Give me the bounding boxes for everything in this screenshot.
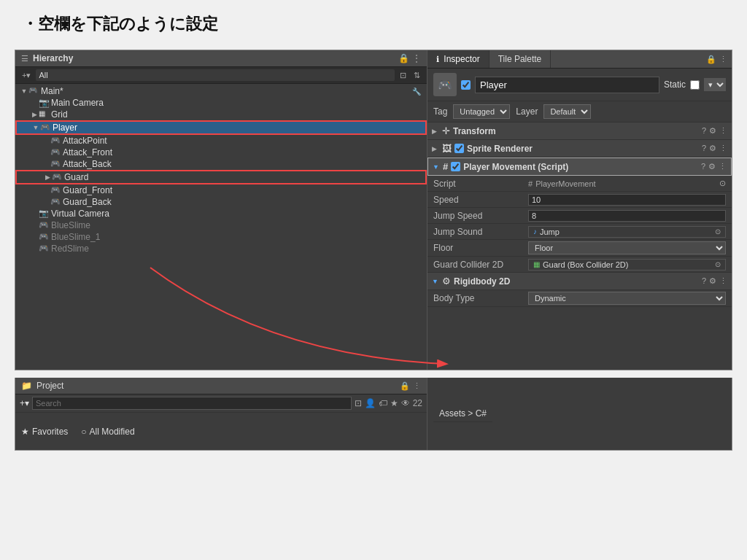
icon-player: 🎮 (40, 122, 50, 133)
tree-item-player[interactable]: ▼ 🎮 Player (15, 120, 427, 135)
static-label: Static (664, 79, 686, 90)
go-active-checkbox[interactable] (461, 80, 471, 90)
project-filter-icon[interactable]: ⊡ (355, 398, 362, 408)
jump-speed-input[interactable] (528, 210, 726, 222)
layer-select[interactable]: Default (543, 104, 591, 119)
prop-guard-collider-label: Guard Collider 2D (433, 260, 528, 270)
prop-guard-collider-value: ▦ Guard (Box Collider 2D) ⊙ (528, 259, 726, 271)
sprite-renderer-menu-icon[interactable]: ⋮ (719, 144, 727, 153)
project-star-icon[interactable]: ★ (390, 398, 398, 408)
favorites-item[interactable]: ★ Favorites (21, 427, 68, 437)
static-checkbox[interactable] (690, 80, 700, 90)
arrow-guard: ▶ (43, 174, 52, 181)
static-dropdown[interactable]: ▾ (704, 78, 726, 91)
all-modified-item[interactable]: ○ All Modified (72, 427, 134, 437)
tab-tile-palette[interactable]: Tile Palette (489, 50, 551, 68)
label-attack-point: AttackPoint (63, 136, 424, 146)
tree-item-red-slime[interactable]: 🎮 RedSlime (15, 243, 427, 254)
tree-item-guard-front[interactable]: 🎮 Guard_Front (15, 184, 427, 196)
tree-item-attack-point[interactable]: 🎮 AttackPoint (15, 135, 427, 147)
breadcrumb-area: Assets > C# (433, 405, 492, 422)
sprite-renderer-settings-icon[interactable]: ⚙ (709, 144, 716, 153)
icon-guard-front: 🎮 (50, 185, 61, 195)
tree-item-blue-slime[interactable]: 🎮 BlueSlime (15, 219, 427, 231)
tree-item-grid[interactable]: ▶ ▦ Grid (15, 109, 427, 120)
hierarchy-search-input[interactable] (36, 69, 395, 81)
project-person-icon[interactable]: 👤 (365, 398, 376, 408)
project-eye-icon[interactable]: 👁 22 (401, 398, 422, 408)
tree-item-guard-back[interactable]: 🎮 Guard_Back (15, 196, 427, 208)
player-movement-menu-icon[interactable]: ⋮ (719, 162, 727, 171)
body-type-select[interactable]: Dynamic (528, 292, 726, 305)
arrow-grid: ▶ (30, 111, 39, 118)
guard-collider-target-btn[interactable]: ⊙ (715, 260, 721, 268)
script-link[interactable]: # PlayerMovement ⊙ (528, 179, 726, 188)
tab-inspector[interactable]: ℹ Inspector (427, 50, 489, 68)
component-rigidbody[interactable]: ▼ ⚙ Rigidbody 2D ? ⚙ ⋮ (427, 273, 732, 290)
inspector-menu-icon[interactable]: ⋮ (719, 55, 727, 64)
add-button[interactable]: +▾ (20, 70, 33, 81)
transform-settings-icon[interactable]: ⚙ (709, 126, 716, 136)
project-tag-icon[interactable]: 🏷 (379, 398, 387, 408)
project-folder-icon: 📁 (21, 381, 32, 391)
jump-sound-target-btn[interactable]: ⊙ (715, 228, 721, 236)
player-movement-checkbox[interactable] (451, 162, 460, 171)
go-name-input[interactable] (475, 77, 659, 93)
prop-speed-label: Speed (433, 195, 528, 205)
search-toggle-icon[interactable]: ⊡ (398, 70, 409, 81)
tree-item-attack-front[interactable]: 🎮 Attack_Front (15, 147, 427, 158)
prop-speed: Speed (427, 192, 732, 208)
project-header: 📁 Project 🔒 ⋮ (15, 378, 427, 394)
rigidbody-menu-icon[interactable]: ⋮ (719, 276, 727, 286)
tag-select[interactable]: Untagged (453, 104, 510, 119)
icon-blue-slime: 🎮 (39, 220, 49, 230)
component-player-movement[interactable]: ▼ # Player Movement (Script) ? ⚙ ⋮ (427, 158, 732, 176)
label-grid: Grid (51, 109, 424, 120)
guard-collider-object[interactable]: ▦ Guard (Box Collider 2D) ⊙ (528, 259, 726, 271)
tree-item-main[interactable]: ▼ 🎮 Main* 🔧 (15, 85, 427, 97)
rigidbody-help-icon[interactable]: ? (702, 276, 706, 286)
sprite-renderer-help-icon[interactable]: ? (702, 144, 706, 153)
tree-item-attack-back[interactable]: 🎮 Attack_Back (15, 158, 427, 170)
project-search-input[interactable] (32, 397, 352, 410)
transform-arrow: ▶ (432, 128, 439, 135)
transform-menu-icon[interactable]: ⋮ (719, 126, 727, 136)
icon-red-slime: 🎮 (39, 244, 49, 254)
lock-icon[interactable]: 🔒 (398, 53, 409, 63)
go-icon: 🎮 (433, 73, 457, 96)
project-menu-icon[interactable]: ⋮ (413, 381, 421, 391)
prop-script: Script # PlayerMovement ⊙ (427, 176, 732, 192)
speed-input[interactable] (528, 194, 726, 206)
transform-title: Transform (453, 126, 699, 136)
prop-speed-value (528, 194, 726, 206)
player-movement-help-icon[interactable]: ? (701, 162, 705, 171)
rigidbody-settings-icon[interactable]: ⚙ (709, 276, 716, 286)
tree-item-blue-slime-1[interactable]: 🎮 BlueSlime_1 (15, 231, 427, 243)
prop-script-value: # PlayerMovement ⊙ (528, 179, 726, 188)
jump-sound-object[interactable]: ♪ Jump ⊙ (528, 226, 726, 238)
tag-layer-row: Tag Untagged Layer Default (427, 101, 732, 122)
tree-item-main-camera[interactable]: 📷 Main Camera (15, 97, 427, 109)
sprite-renderer-arrow: ▶ (432, 145, 439, 152)
label-main: Main* (41, 86, 412, 96)
menu-icon[interactable]: ⋮ (412, 53, 421, 63)
transform-help-icon[interactable]: ? (702, 126, 706, 136)
prop-jump-sound-label: Jump Sound (433, 227, 528, 237)
script-hash-icon: # (528, 179, 533, 188)
prop-body-type-value: Dynamic (528, 292, 726, 305)
player-movement-settings-icon[interactable]: ⚙ (708, 162, 716, 171)
project-lock-icon[interactable]: 🔒 (400, 381, 410, 391)
player-movement-title: Player Movement (Script) (463, 162, 698, 172)
project-add-btn[interactable]: +▾ (20, 398, 29, 408)
inspector-tabs: ℹ Inspector Tile Palette 🔒 ⋮ (427, 50, 732, 69)
player-movement-actions: ? ⚙ ⋮ (701, 162, 727, 171)
sort-icon[interactable]: ⇅ (411, 70, 422, 81)
component-sprite-renderer[interactable]: ▶ 🖼 Sprite Renderer ? ⚙ ⋮ (427, 140, 732, 158)
sprite-renderer-checkbox[interactable] (454, 144, 464, 153)
lock-inspector-icon[interactable]: 🔒 (706, 55, 716, 64)
tree-item-virtual-camera[interactable]: 📷 Virtual Camera (15, 208, 427, 219)
tree-item-guard[interactable]: ▶ 🎮 Guard (15, 170, 427, 184)
floor-select[interactable]: Floor (528, 241, 726, 254)
circle-icon: ○ (81, 427, 86, 437)
component-transform[interactable]: ▶ ✛ Transform ? ⚙ ⋮ (427, 122, 732, 140)
